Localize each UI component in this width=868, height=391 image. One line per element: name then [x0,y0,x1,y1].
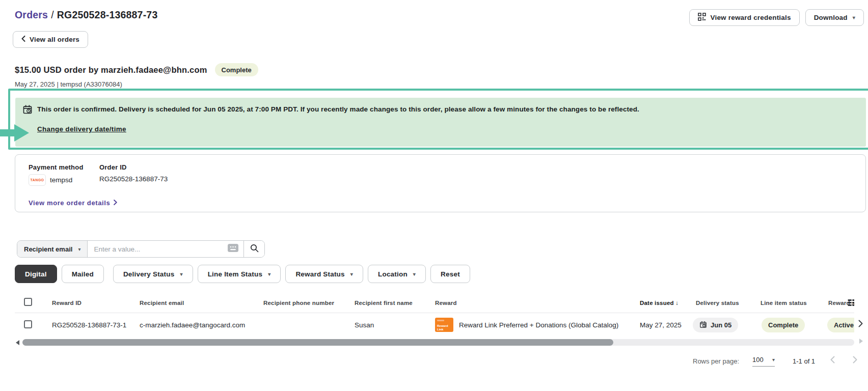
order-detail-page: Orders/RG250528-136887-73 View reward cr… [0,0,868,391]
order-status-badge: Complete [215,63,258,76]
line-item-status-badge: Complete [762,318,805,332]
order-summary: $15.00 USD order by marzieh.fadaee@bhn.c… [15,63,258,76]
reward-thumbnail: Reward Link [435,318,453,332]
view-more-order-details-link[interactable]: View more order details [29,199,117,207]
recipient-search-bar: Recipient email ▾ [17,240,265,258]
reset-filters-button[interactable]: Reset [430,265,470,283]
chevron-right-icon [114,199,117,207]
download-label: Download [814,14,848,21]
order-meta: May 27, 2025 | tempsd (A33076084) [15,80,122,88]
rewards-table: Reward ID Recipient email Recipient phon… [15,295,868,351]
breadcrumb: Orders/RG250528-136887-73 [15,9,157,21]
chevron-left-icon [21,36,25,43]
filter-location-label: Location [378,270,408,278]
annotation-arrow-icon [0,124,30,142]
chevron-down-icon: ▾ [268,271,270,277]
cell-reward-name: Reward Link Preferred + Donations (Globa… [459,321,618,329]
column-header-delivery-status[interactable]: Delivery status [696,300,739,306]
breadcrumb-separator: / [51,9,54,20]
search-field-select[interactable]: Recipient email ▾ [17,241,88,257]
download-button[interactable]: Download ▾ [805,9,864,26]
column-header-reward-id[interactable]: Reward ID [52,300,82,306]
payment-method-label: Payment method [29,163,84,171]
filter-location[interactable]: Location ▾ [368,265,426,283]
search-input[interactable] [94,245,224,253]
chevron-down-icon: ▾ [853,15,855,20]
chevron-down-icon: ▾ [413,271,416,277]
column-header-line-item-status[interactable]: Line item status [761,300,807,306]
banner-message: This order is confirmed. Delivery is sch… [37,105,851,113]
chevron-down-icon: ▾ [772,357,775,362]
order-id-label: Order ID [99,163,127,171]
virtual-keyboard-icon[interactable] [228,244,238,254]
view-reward-credentials-label: View reward credentials [710,14,791,21]
view-reward-credentials-button[interactable]: View reward credentials [689,9,799,26]
table-row: RG250528-136887-73-1 c-marzieh.fadaee@ta… [15,314,868,337]
chevron-down-icon: ▾ [350,271,353,277]
delivery-date-label: Jun 05 [711,321,731,329]
view-more-order-details-label: View more order details [29,199,110,207]
horizontal-scrollbar-thumb[interactable] [22,339,613,346]
horizontal-scrollbar-track[interactable] [22,339,854,346]
column-header-recipient-phone[interactable]: Recipient phone number [263,300,334,306]
select-all-checkbox[interactable] [24,298,32,306]
order-id-value: RG250528-136887-73 [99,175,168,183]
cell-reward-id: RG250528-136887-73-1 [52,321,126,329]
calendar-clock-icon [699,321,707,330]
chevron-down-icon: ▾ [78,246,80,252]
sort-desc-icon: ↓ [675,300,679,306]
payment-method-value: tempsd [50,176,72,184]
filter-line-item-status[interactable]: Line Item Status ▾ [198,265,281,283]
breadcrumb-current-order: RG250528-136887-73 [57,9,158,20]
rows-per-page-label: Rows per page: [693,357,739,365]
column-header-recipient-email[interactable]: Recipient email [140,300,184,306]
filter-delivery-status[interactable]: Delivery Status ▾ [113,265,193,283]
rows-per-page-select[interactable]: 100 ▾ [752,356,775,367]
table-header: Reward ID Recipient email Recipient phon… [15,295,856,313]
row-checkbox[interactable] [24,320,32,328]
delivery-confirmation-banner: This order is confirmed. Delivery is sch… [15,98,866,147]
pagination-prev-icon[interactable] [830,356,835,366]
tango-logo: TANGO [29,174,46,186]
search-input-wrap [88,241,243,257]
column-header-reward[interactable]: Reward [435,300,457,306]
reward-thumbnail-stripe [437,320,444,321]
cell-date-issued: May 27, 2025 [640,321,682,329]
reward-thumbnail-label: Reward Link [437,324,453,331]
change-delivery-link[interactable]: Change delivery date/time [37,125,126,133]
pagination-next-icon[interactable] [853,356,857,366]
delivery-date-badge: Jun 05 [693,318,738,332]
cell-recipient-first-name: Susan [355,321,374,329]
scroll-left-arrow-icon[interactable] [16,340,19,345]
date-issued-label: Date issued [640,300,674,306]
filter-tab-mailed[interactable]: Mailed [62,265,104,283]
pagination-range: 1-1 of 1 [793,357,815,365]
breadcrumb-orders-link[interactable]: Orders [15,9,48,20]
chevron-down-icon: ▾ [180,271,182,277]
view-all-orders-button[interactable]: View all orders [13,31,88,48]
header-actions: View reward credentials Download ▾ [689,9,864,26]
filter-delivery-status-label: Delivery Status [123,270,175,278]
column-header-recipient-first-name[interactable]: Recipient first name [355,300,413,306]
cell-recipient-email: c-marzieh.fadaee@tangocard.com [140,321,245,329]
search-icon [250,244,259,255]
view-all-orders-label: View all orders [30,36,79,43]
filter-tab-digital[interactable]: Digital [15,265,57,283]
filter-row: Digital Mailed Delivery Status ▾ Line It… [15,265,470,283]
scroll-right-arrow-icon[interactable] [859,339,863,344]
order-details-card: Payment method Order ID TANGO tempsd RG2… [15,154,866,212]
qr-code-icon [698,13,706,22]
calendar-clock-icon [22,104,33,115]
filter-line-item-status-label: Line Item Status [208,270,262,278]
filter-reward-status-label: Reward Status [295,270,344,278]
rows-per-page-value: 100 [752,356,764,364]
table-right-strip [854,295,868,351]
search-field-value: Recipient email [24,245,72,253]
column-header-date-issued[interactable]: Date issued ↓ [640,300,679,306]
search-button[interactable] [243,241,264,257]
order-title: $15.00 USD order by marzieh.fadaee@bhn.c… [15,65,207,75]
filter-reward-status[interactable]: Reward Status ▾ [285,265,363,283]
row-expand-chevron-icon[interactable] [858,320,863,329]
